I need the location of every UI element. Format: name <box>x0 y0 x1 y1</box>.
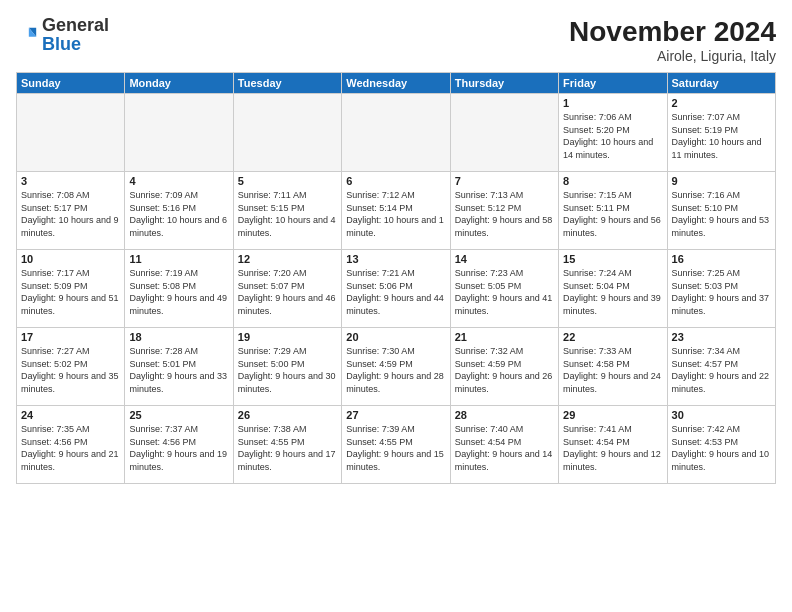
day-number: 2 <box>672 97 771 109</box>
day-info: Sunrise: 7:23 AM Sunset: 5:05 PM Dayligh… <box>455 267 554 317</box>
page: General Blue November 2024 Airole, Ligur… <box>0 0 792 612</box>
day-info: Sunrise: 7:15 AM Sunset: 5:11 PM Dayligh… <box>563 189 662 239</box>
day-number: 9 <box>672 175 771 187</box>
table-row: 6Sunrise: 7:12 AM Sunset: 5:14 PM Daylig… <box>342 172 450 250</box>
day-info: Sunrise: 7:40 AM Sunset: 4:54 PM Dayligh… <box>455 423 554 473</box>
table-row: 22Sunrise: 7:33 AM Sunset: 4:58 PM Dayli… <box>559 328 667 406</box>
table-row: 13Sunrise: 7:21 AM Sunset: 5:06 PM Dayli… <box>342 250 450 328</box>
day-number: 14 <box>455 253 554 265</box>
day-info: Sunrise: 7:09 AM Sunset: 5:16 PM Dayligh… <box>129 189 228 239</box>
table-row: 29Sunrise: 7:41 AM Sunset: 4:54 PM Dayli… <box>559 406 667 484</box>
day-info: Sunrise: 7:29 AM Sunset: 5:00 PM Dayligh… <box>238 345 337 395</box>
day-number: 18 <box>129 331 228 343</box>
header-sunday: Sunday <box>17 73 125 94</box>
table-row: 12Sunrise: 7:20 AM Sunset: 5:07 PM Dayli… <box>233 250 341 328</box>
table-row <box>125 94 233 172</box>
month-title: November 2024 <box>569 16 776 48</box>
table-row: 27Sunrise: 7:39 AM Sunset: 4:55 PM Dayli… <box>342 406 450 484</box>
table-row: 7Sunrise: 7:13 AM Sunset: 5:12 PM Daylig… <box>450 172 558 250</box>
table-row: 1Sunrise: 7:06 AM Sunset: 5:20 PM Daylig… <box>559 94 667 172</box>
logo-general: General <box>42 15 109 35</box>
table-row: 2Sunrise: 7:07 AM Sunset: 5:19 PM Daylig… <box>667 94 775 172</box>
table-row: 23Sunrise: 7:34 AM Sunset: 4:57 PM Dayli… <box>667 328 775 406</box>
table-row: 17Sunrise: 7:27 AM Sunset: 5:02 PM Dayli… <box>17 328 125 406</box>
table-row <box>450 94 558 172</box>
header-thursday: Thursday <box>450 73 558 94</box>
header-saturday: Saturday <box>667 73 775 94</box>
header-friday: Friday <box>559 73 667 94</box>
day-number: 4 <box>129 175 228 187</box>
day-info: Sunrise: 7:39 AM Sunset: 4:55 PM Dayligh… <box>346 423 445 473</box>
day-number: 25 <box>129 409 228 421</box>
table-row: 4Sunrise: 7:09 AM Sunset: 5:16 PM Daylig… <box>125 172 233 250</box>
table-row: 26Sunrise: 7:38 AM Sunset: 4:55 PM Dayli… <box>233 406 341 484</box>
day-number: 8 <box>563 175 662 187</box>
table-row: 20Sunrise: 7:30 AM Sunset: 4:59 PM Dayli… <box>342 328 450 406</box>
table-row: 25Sunrise: 7:37 AM Sunset: 4:56 PM Dayli… <box>125 406 233 484</box>
table-row: 24Sunrise: 7:35 AM Sunset: 4:56 PM Dayli… <box>17 406 125 484</box>
day-number: 6 <box>346 175 445 187</box>
day-info: Sunrise: 7:35 AM Sunset: 4:56 PM Dayligh… <box>21 423 120 473</box>
day-info: Sunrise: 7:30 AM Sunset: 4:59 PM Dayligh… <box>346 345 445 395</box>
day-info: Sunrise: 7:13 AM Sunset: 5:12 PM Dayligh… <box>455 189 554 239</box>
day-number: 13 <box>346 253 445 265</box>
day-number: 1 <box>563 97 662 109</box>
table-row <box>342 94 450 172</box>
day-info: Sunrise: 7:06 AM Sunset: 5:20 PM Dayligh… <box>563 111 662 161</box>
day-number: 5 <box>238 175 337 187</box>
week-row-5: 24Sunrise: 7:35 AM Sunset: 4:56 PM Dayli… <box>17 406 776 484</box>
table-row <box>17 94 125 172</box>
table-row: 19Sunrise: 7:29 AM Sunset: 5:00 PM Dayli… <box>233 328 341 406</box>
header-tuesday: Tuesday <box>233 73 341 94</box>
day-info: Sunrise: 7:34 AM Sunset: 4:57 PM Dayligh… <box>672 345 771 395</box>
day-info: Sunrise: 7:12 AM Sunset: 5:14 PM Dayligh… <box>346 189 445 239</box>
logo-text: General Blue <box>42 16 109 54</box>
day-info: Sunrise: 7:16 AM Sunset: 5:10 PM Dayligh… <box>672 189 771 239</box>
day-number: 3 <box>21 175 120 187</box>
day-number: 20 <box>346 331 445 343</box>
calendar: Sunday Monday Tuesday Wednesday Thursday… <box>16 72 776 484</box>
table-row: 5Sunrise: 7:11 AM Sunset: 5:15 PM Daylig… <box>233 172 341 250</box>
day-number: 17 <box>21 331 120 343</box>
day-info: Sunrise: 7:20 AM Sunset: 5:07 PM Dayligh… <box>238 267 337 317</box>
location: Airole, Liguria, Italy <box>569 48 776 64</box>
day-number: 19 <box>238 331 337 343</box>
day-info: Sunrise: 7:25 AM Sunset: 5:03 PM Dayligh… <box>672 267 771 317</box>
day-info: Sunrise: 7:24 AM Sunset: 5:04 PM Dayligh… <box>563 267 662 317</box>
day-number: 26 <box>238 409 337 421</box>
day-number: 15 <box>563 253 662 265</box>
table-row: 15Sunrise: 7:24 AM Sunset: 5:04 PM Dayli… <box>559 250 667 328</box>
day-number: 23 <box>672 331 771 343</box>
table-row: 18Sunrise: 7:28 AM Sunset: 5:01 PM Dayli… <box>125 328 233 406</box>
table-row: 14Sunrise: 7:23 AM Sunset: 5:05 PM Dayli… <box>450 250 558 328</box>
logo-blue: Blue <box>42 34 81 54</box>
table-row: 28Sunrise: 7:40 AM Sunset: 4:54 PM Dayli… <box>450 406 558 484</box>
day-info: Sunrise: 7:37 AM Sunset: 4:56 PM Dayligh… <box>129 423 228 473</box>
day-info: Sunrise: 7:33 AM Sunset: 4:58 PM Dayligh… <box>563 345 662 395</box>
day-info: Sunrise: 7:27 AM Sunset: 5:02 PM Dayligh… <box>21 345 120 395</box>
day-number: 16 <box>672 253 771 265</box>
table-row: 8Sunrise: 7:15 AM Sunset: 5:11 PM Daylig… <box>559 172 667 250</box>
day-number: 24 <box>21 409 120 421</box>
day-number: 21 <box>455 331 554 343</box>
day-number: 7 <box>455 175 554 187</box>
day-info: Sunrise: 7:08 AM Sunset: 5:17 PM Dayligh… <box>21 189 120 239</box>
table-row: 9Sunrise: 7:16 AM Sunset: 5:10 PM Daylig… <box>667 172 775 250</box>
day-info: Sunrise: 7:32 AM Sunset: 4:59 PM Dayligh… <box>455 345 554 395</box>
week-row-3: 10Sunrise: 7:17 AM Sunset: 5:09 PM Dayli… <box>17 250 776 328</box>
day-number: 12 <box>238 253 337 265</box>
logo-icon <box>16 24 38 46</box>
week-row-4: 17Sunrise: 7:27 AM Sunset: 5:02 PM Dayli… <box>17 328 776 406</box>
day-info: Sunrise: 7:17 AM Sunset: 5:09 PM Dayligh… <box>21 267 120 317</box>
day-info: Sunrise: 7:21 AM Sunset: 5:06 PM Dayligh… <box>346 267 445 317</box>
table-row: 30Sunrise: 7:42 AM Sunset: 4:53 PM Dayli… <box>667 406 775 484</box>
day-info: Sunrise: 7:19 AM Sunset: 5:08 PM Dayligh… <box>129 267 228 317</box>
table-row: 10Sunrise: 7:17 AM Sunset: 5:09 PM Dayli… <box>17 250 125 328</box>
day-info: Sunrise: 7:38 AM Sunset: 4:55 PM Dayligh… <box>238 423 337 473</box>
table-row: 21Sunrise: 7:32 AM Sunset: 4:59 PM Dayli… <box>450 328 558 406</box>
table-row: 16Sunrise: 7:25 AM Sunset: 5:03 PM Dayli… <box>667 250 775 328</box>
header-monday: Monday <box>125 73 233 94</box>
title-block: November 2024 Airole, Liguria, Italy <box>569 16 776 64</box>
day-info: Sunrise: 7:42 AM Sunset: 4:53 PM Dayligh… <box>672 423 771 473</box>
table-row: 11Sunrise: 7:19 AM Sunset: 5:08 PM Dayli… <box>125 250 233 328</box>
